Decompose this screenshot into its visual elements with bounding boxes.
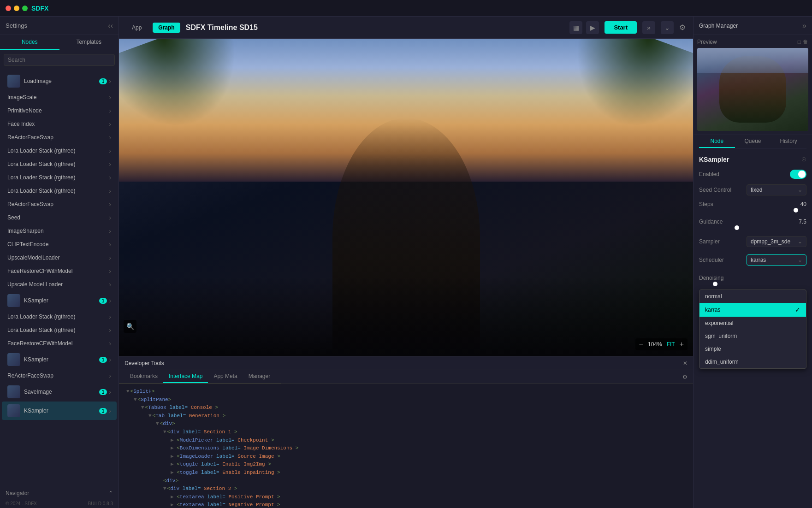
- node-list-item-loadimage[interactable]: LoadImage 1 ›: [2, 72, 117, 90]
- sampler-select[interactable]: dpmpp_3m_sde ⌄: [747, 236, 806, 247]
- node-expand-icon: ›: [109, 201, 111, 208]
- dev-tabs: Bookmarks Interface Map App Meta Manager: [119, 370, 281, 384]
- dropdown-item-sgm-uniform-label: sgm_uniform: [705, 333, 737, 339]
- scheduler-select[interactable]: karras ⌄: [747, 254, 806, 266]
- right-tab-history[interactable]: History: [771, 135, 806, 148]
- node-expand-icon: ›: [109, 407, 111, 414]
- toggle-knob: [798, 171, 806, 178]
- denoising-thumb[interactable]: [713, 282, 717, 286]
- start-button[interactable]: Start: [605, 21, 637, 34]
- zoom-fit-button[interactable]: FIT: [667, 341, 675, 348]
- settings-collapse-icon[interactable]: ‹‹: [108, 22, 113, 30]
- dropdown-item-ddim-uniform[interactable]: ddim_uniform: [699, 355, 806, 368]
- node-list-item-facerestorecfwithmodel2[interactable]: FaceRestoreCFWithModel ›: [2, 337, 117, 350]
- zoom-minus-icon[interactable]: −: [639, 340, 643, 349]
- code-line: ▼<SplitH>: [126, 388, 686, 396]
- code-line: ▼<div>: [126, 420, 686, 428]
- node-list-item-loraloader6[interactable]: Lora Loader Stack (rgthree) ›: [2, 324, 117, 337]
- dropdown-item-sgm-uniform[interactable]: sgm_uniform: [699, 330, 806, 343]
- node-list-item-cliptextencode[interactable]: CLIPTextEncode ›: [2, 238, 117, 251]
- node-expand-icon: ›: [109, 187, 111, 195]
- dev-tab-app-meta[interactable]: App Meta: [208, 370, 243, 383]
- zoom-plus-icon[interactable]: +: [680, 340, 684, 349]
- dev-tab-bookmarks[interactable]: Bookmarks: [124, 370, 163, 383]
- node-list-item-ksampler1[interactable]: KSampler 1 ›: [2, 291, 117, 310]
- pointer-tool-icon[interactable]: ▶: [586, 21, 599, 34]
- dev-tabs-bar: Bookmarks Interface Map App Meta Manager…: [119, 370, 693, 384]
- node-avatar: [7, 294, 20, 307]
- sampler-row: Sampler dpmpp_3m_sde ⌄: [699, 233, 806, 250]
- node-expand-icon: ›: [109, 297, 111, 304]
- dropdown-item-exponential[interactable]: exponential: [699, 317, 806, 330]
- canvas-area[interactable]: 🔍 − 104% FIT +: [119, 39, 693, 356]
- node-item-label: LoadImage: [24, 78, 99, 84]
- settings-gear-icon[interactable]: ⚙: [679, 23, 686, 32]
- node-name-row: KSampler ☉: [699, 152, 806, 167]
- right-tab-queue[interactable]: Queue: [735, 135, 771, 148]
- close-button[interactable]: [6, 6, 11, 11]
- dev-tools-header: Developer Tools ✕: [119, 356, 693, 370]
- navigator-toggle-icon[interactable]: ⌃: [108, 490, 113, 496]
- node-list-item-imagescale[interactable]: ImageScale ›: [2, 91, 117, 104]
- dev-tab-manager[interactable]: Manager: [243, 370, 276, 383]
- node-list-item-primitivenode[interactable]: PrimitiveNode ›: [2, 104, 117, 117]
- center-container: App Graph SDFX Timeline SD15 ▦ ▶ Start »…: [119, 17, 693, 508]
- chevron-down-icon[interactable]: ⌄: [661, 21, 674, 34]
- center-header: App Graph SDFX Timeline SD15 ▦ ▶ Start »…: [119, 17, 693, 39]
- dropdown-item-exponential-label: exponential: [705, 320, 733, 326]
- node-badge: 1: [99, 298, 107, 304]
- dev-gear-icon[interactable]: ⚙: [682, 374, 693, 380]
- node-expand-icon: ›: [109, 134, 111, 141]
- guidance-thumb[interactable]: [735, 225, 739, 230]
- node-list-item-ksampler2[interactable]: KSampler 1 ›: [2, 350, 117, 369]
- node-list-item-faceindex[interactable]: Face Index ›: [2, 118, 117, 130]
- node-list-item-upscalemodelloader2[interactable]: Upscale Model Loader ›: [2, 278, 117, 291]
- dropdown-item-simple[interactable]: simple: [699, 343, 806, 355]
- magnify-icon[interactable]: 🔍: [124, 320, 136, 333]
- preview-trash-icon[interactable]: 🗑: [803, 39, 808, 45]
- maximize-button[interactable]: [22, 6, 28, 11]
- dev-tools-close-icon[interactable]: ✕: [683, 360, 688, 366]
- denoising-label-row: Denoising: [699, 275, 806, 281]
- node-list-item-reactorfaceswap2[interactable]: ReActorFaceSwap ›: [2, 198, 117, 211]
- node-name: KSampler: [699, 156, 729, 163]
- tab-templates[interactable]: Templates: [59, 35, 119, 50]
- preview-expand-icon[interactable]: □: [798, 39, 801, 45]
- right-panel: Graph Manager » Preview □ 🗑: [693, 17, 812, 508]
- node-list-item-facerestorecfwithmodel1[interactable]: FaceRestoreCFWithModel ›: [2, 265, 117, 278]
- minimize-button[interactable]: [14, 6, 19, 11]
- right-tab-node[interactable]: Node: [699, 135, 735, 148]
- dev-tab-interface-map[interactable]: Interface Map: [163, 370, 208, 383]
- right-panel-expand-icon[interactable]: »: [802, 22, 806, 30]
- dropdown-item-normal[interactable]: normal: [699, 290, 806, 303]
- node-expand-icon: ›: [109, 227, 111, 235]
- move-tool-icon[interactable]: ▦: [569, 21, 582, 34]
- code-line: ▶ <textarea label= Positive Prompt >: [126, 493, 686, 502]
- node-list-item-reactorfaceswap1[interactable]: ReActorFaceSwap ›: [2, 131, 117, 144]
- node-settings-icon[interactable]: ☉: [801, 156, 806, 163]
- app-button[interactable]: App: [126, 23, 147, 33]
- enabled-toggle[interactable]: [790, 170, 806, 179]
- graph-button[interactable]: Graph: [153, 23, 180, 33]
- steps-thumb[interactable]: [794, 208, 798, 213]
- settings-header: Settings ‹‹: [0, 17, 119, 35]
- seed-control-select[interactable]: fixed ⌄: [747, 184, 806, 195]
- node-list-item-loraloader1[interactable]: Lora Loader Stack (rgthree) ›: [2, 144, 117, 157]
- dropdown-item-karras[interactable]: karras ✓: [699, 303, 806, 317]
- node-list-item-loraloader3[interactable]: Lora Loader Stack (rgthree) ›: [2, 171, 117, 184]
- node-list-item-saveimage[interactable]: SaveImage 1 ›: [2, 383, 117, 401]
- node-expand-icon: ›: [109, 356, 111, 363]
- chevron-right-icon[interactable]: »: [642, 21, 655, 34]
- node-list-item-imagesharpen[interactable]: ImageSharpen ›: [2, 224, 117, 237]
- navigator-label: Navigator: [6, 490, 29, 496]
- node-list-item-ksampler3[interactable]: KSampler 1 ›: [2, 402, 117, 420]
- node-list-item-loraloader2[interactable]: Lora Loader Stack (rgthree) ›: [2, 158, 117, 171]
- guidance-value: 7.5: [799, 219, 806, 225]
- search-input[interactable]: [4, 54, 115, 66]
- node-list-item-seed[interactable]: Seed ›: [2, 211, 117, 224]
- tab-nodes[interactable]: Nodes: [0, 35, 59, 50]
- node-list-item-loraloader5[interactable]: Lora Loader Stack (rgthree) ›: [2, 310, 117, 323]
- node-list-item-reactorfaceswap3[interactable]: ReActorFaceSwap ›: [2, 369, 117, 382]
- node-list-item-upscalemodelloader[interactable]: UpscaleModelLoader ›: [2, 251, 117, 264]
- node-list-item-loraloader4[interactable]: Lora Loader Stack (rgthree) ›: [2, 184, 117, 197]
